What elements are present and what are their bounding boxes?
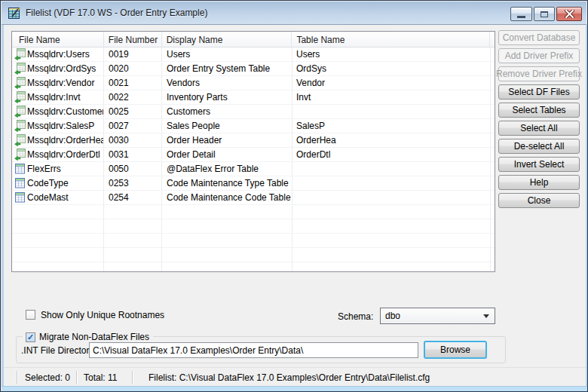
cell-file-name: CodeType [12,176,104,191]
cell-display-name: Inventory Parts [162,90,292,105]
dataflex-table-icon [14,191,26,204]
cell-text: Mssqldrv:Users [27,49,90,60]
cell-text: 0253 [109,178,129,188]
cell-filler [491,148,495,162]
cell-file-name: Mssqldrv:Customer [12,105,104,119]
maximize-button[interactable] [534,7,555,21]
cell-file-name: Mssqldrv:Users [12,47,104,62]
cell-table-name [292,248,491,262]
status-filelist-path: Filelist: C:\Visual DataFlex 17.0 Exampl… [149,372,430,383]
cell-display-name: Code Maintenance Code Table [162,191,292,205]
status-selected: Selected: 0 [25,372,70,383]
cell-text: Mssqldrv:Customer [27,106,104,117]
cell-text: Invt [296,92,311,103]
column-header-file-number[interactable]: File Number [104,32,162,47]
int-dir-input[interactable]: C:\Visual DataFlex 17.0 Examples\Order E… [89,342,418,358]
cell-filler [491,191,495,205]
cell-text: 0020 [109,63,129,74]
schema-label: Schema: [338,311,373,322]
table-row[interactable]: Mssqldrv:OrdSys0020Order Entry System Ta… [12,62,495,76]
table-row-empty [12,205,495,219]
table-row[interactable]: Mssqldrv:OrderHea0030Order HeaderOrderHe… [12,133,495,148]
cell-filler [491,62,495,76]
schema-dropdown[interactable]: dbo [380,308,495,324]
cell-text: @DataFlex Error Table [167,164,259,174]
cell-filler [491,133,495,148]
cell-text: Order Detail [167,149,216,160]
cell-text: SalesP [296,121,325,131]
help-button[interactable]: Help [498,175,580,190]
cell-filler [491,105,495,119]
cell-text: Inventory Parts [167,92,228,103]
minimize-button[interactable] [510,7,532,21]
cell-file-number: 0031 [104,148,162,162]
dataflex-table-icon [14,163,26,175]
close-button[interactable] [556,7,582,21]
cell-display-name [162,205,292,219]
cell-display-name: Order Entry System Table [162,62,292,76]
select-tables-button[interactable]: Select Tables [498,103,580,118]
cell-text: Mssqldrv:SalesP [27,121,94,131]
cell-table-name: Users [292,47,491,62]
title-bar[interactable]: Filelist (VDF 17.0 WS - Order Entry Exam… [2,2,586,25]
table-row[interactable]: Mssqldrv:SalesP0027Sales PeopleSalesP [12,119,495,133]
column-header-display-name[interactable]: Display Name [162,32,292,47]
table-row[interactable]: Mssqldrv:Vendor0021VendorsVendor [12,76,495,90]
cell-text: FlexErrs [27,164,61,174]
table-row[interactable]: Mssqldrv:Invt0022Inventory PartsInvt [12,90,495,105]
cell-text: CodeMast [27,192,69,203]
invert-select-button[interactable]: Invert Select [498,157,580,172]
cell-display-name: Order Detail [162,148,292,162]
cell-file-name: Mssqldrv:SalesP [12,119,104,133]
cell-file-name: Mssqldrv:OrderDtl [12,148,104,162]
select-df-files-button[interactable]: Select DF Files [498,84,580,100]
de-select-all-button[interactable]: De-select All [498,139,580,154]
close-button[interactable]: Close [498,193,580,208]
show-unique-rootnames-checkbox[interactable] [26,310,35,320]
column-header-table-name[interactable]: Table Name [292,32,490,47]
table-header-row: File NameFile NumberDisplay NameTable Na… [12,32,495,47]
cell-filler [491,262,495,272]
cell-display-name [162,248,292,262]
table-row[interactable]: Mssqldrv:Customer0025Customers [12,105,495,119]
cell-display-name: Users [162,47,292,62]
cell-display-name: @DataFlex Error Table [162,162,292,176]
table-row[interactable]: FlexErrs0050@DataFlex Error Table [12,162,495,176]
browse-button[interactable]: Browse [424,341,487,359]
show-unique-rootnames-label[interactable]: Show Only Unique Rootnames [41,310,164,320]
maximize-icon [541,11,548,17]
table-row-empty [12,248,495,262]
cell-text: 0254 [109,192,129,203]
cell-filler [491,162,495,176]
table-row[interactable]: Mssqldrv:OrderDtl0031Order DetailOrderDt… [12,148,495,162]
cell-file-number [104,234,162,248]
cell-table-name: OrderHea [292,133,491,148]
migrate-checkbox[interactable]: ✓ [26,332,35,342]
migrate-label[interactable]: Migrate Non-DataFlex Files [39,332,149,342]
cell-filler [491,76,495,90]
table-row-empty [12,219,495,234]
column-header-filler [490,32,495,47]
minimize-icon [517,16,525,18]
column-header-file-name[interactable]: File Name [12,32,104,47]
cell-table-name [292,205,491,219]
window-title: Filelist (VDF 17.0 WS - Order Entry Exam… [26,8,207,18]
table-row[interactable]: CodeType0253Code Maintenance Type Table [12,176,495,191]
schema-value: dbo [381,311,483,321]
cell-table-name [292,234,491,248]
table-row-empty [12,262,495,272]
file-list-table: File NameFile NumberDisplay NameTable Na… [11,31,495,272]
cell-text: 0019 [109,49,129,60]
window-border-bottom [2,386,588,392]
cell-file-name: Mssqldrv:Vendor [12,76,104,90]
select-all-button[interactable]: Select All [498,121,580,136]
sql-table-icon [14,77,26,89]
table-row[interactable]: CodeMast0254Code Maintenance Code Table [12,191,495,205]
cell-text: Order Entry System Table [167,63,270,74]
cell-text: OrderDtl [296,149,330,160]
cell-file-number: 0050 [104,162,162,176]
cell-file-number: 0253 [104,176,162,191]
cell-file-name [12,248,104,262]
cell-text: CodeType [27,178,69,188]
table-row[interactable]: Mssqldrv:Users0019UsersUsers [12,47,495,62]
